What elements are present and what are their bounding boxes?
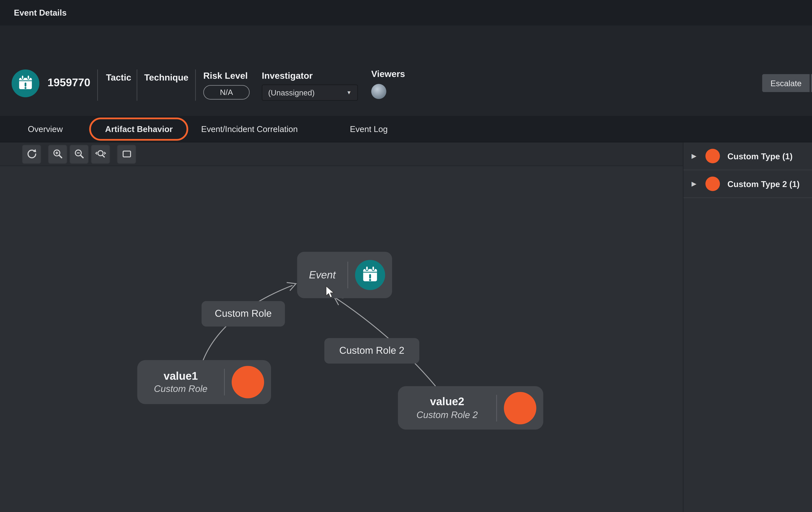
escalate-menu-button[interactable]: ▼	[811, 74, 812, 92]
event-node-label: Event	[297, 269, 348, 281]
node-divider	[496, 394, 497, 421]
custom-type-icon	[705, 177, 720, 191]
mouse-cursor	[325, 285, 338, 299]
expand-arrow-icon[interactable]: ▶	[692, 152, 700, 160]
viewer-avatar	[371, 84, 386, 99]
edge-label-custom-role-2: Custom Role 2	[324, 338, 419, 364]
graph-node-event[interactable]: Event	[297, 252, 392, 298]
header-actions: Escalate ▼ Dismiss	[762, 74, 812, 92]
artifact-value: value2	[430, 394, 464, 409]
artifact-text: value2 Custom Role 2	[398, 394, 496, 421]
artifact-text: value1 Custom Role	[137, 369, 224, 396]
expand-arrow-icon[interactable]: ▶	[692, 180, 700, 187]
title-bar: Event Details ×	[0, 0, 812, 26]
artifact-value: value1	[164, 369, 198, 384]
edge-label-custom-role: Custom Role	[202, 301, 285, 327]
header-divider	[97, 69, 98, 101]
custom-type-icon	[705, 149, 720, 163]
tab-artifact-behavior[interactable]: Artifact Behavior	[89, 117, 188, 141]
event-calendar-icon	[355, 260, 385, 290]
zoom-in-button[interactable]	[48, 145, 67, 163]
tactic-label: Tactic	[106, 72, 132, 82]
refresh-button[interactable]	[22, 145, 41, 163]
zoom-out-icon	[73, 148, 85, 160]
investigator-group: Investigator (Unassigned) ▼	[262, 71, 358, 101]
edge-arrowhead	[287, 282, 296, 291]
investigator-value: (Unassigned)	[268, 88, 315, 97]
graph-node-value1[interactable]: value1 Custom Role	[137, 360, 271, 404]
frame-icon	[120, 148, 133, 160]
artifact-type-icon	[504, 392, 536, 424]
technique-column: Technique	[144, 72, 188, 83]
tab-bar: Overview Artifact Behavior Event/Inciden…	[0, 116, 812, 142]
tab-overview[interactable]: Overview	[19, 115, 72, 142]
graph-area: Custom Role Custom Role 2 Event	[0, 142, 683, 512]
investigator-select[interactable]: (Unassigned) ▼	[262, 85, 358, 101]
window-title: Event Details	[14, 8, 67, 18]
chevron-down-icon: ▼	[346, 90, 352, 96]
artifact-type-panel: ▶ Custom Type (1) ▶ Custom Type 2 (1)	[683, 142, 812, 512]
event-id: 1959770	[48, 77, 90, 89]
investigator-label: Investigator	[262, 71, 313, 81]
event-calendar-icon	[11, 69, 39, 97]
tab-event-log[interactable]: Event Log	[341, 115, 397, 142]
artifact-type-icon	[232, 366, 264, 398]
graph-toolbar	[0, 142, 683, 166]
graph-canvas[interactable]: Custom Role Custom Role 2 Event	[0, 166, 683, 512]
artifact-role: Custom Role 2	[416, 409, 477, 421]
escalate-button[interactable]: Escalate	[762, 74, 810, 92]
header-divider	[137, 69, 137, 101]
risk-level-label: Risk Level	[203, 71, 248, 81]
zoom-in-icon	[51, 148, 64, 160]
content-area: Custom Role Custom Role 2 Event	[0, 142, 812, 512]
technique-label: Technique	[144, 72, 188, 82]
artifact-role: Custom Role	[154, 384, 207, 395]
event-details-window: Event Details × 1959770 Tactic	[0, 0, 812, 512]
zoom-out-button[interactable]	[69, 145, 89, 163]
risk-level-value: N/A	[203, 85, 250, 99]
risk-level-group: Risk Level N/A	[203, 71, 250, 99]
group-label: Custom Type 2 (1)	[727, 179, 800, 188]
event-header: 1959770 Tactic Technique Risk Level N/A …	[0, 26, 812, 116]
group-row-custom-type[interactable]: ▶ Custom Type (1)	[684, 142, 812, 170]
viewers-group: Viewers	[371, 69, 405, 99]
header-divider	[195, 69, 196, 101]
tactic-column: Tactic	[106, 72, 132, 83]
group-row-custom-type-2[interactable]: ▶ Custom Type 2 (1)	[684, 170, 812, 198]
node-divider	[224, 369, 225, 395]
zoom-fit-icon	[94, 148, 107, 160]
tab-event-incident-correlation[interactable]: Event/Incident Correlation	[192, 115, 307, 142]
frame-button[interactable]	[117, 145, 136, 163]
refresh-icon	[25, 148, 38, 160]
group-label: Custom Type (1)	[727, 151, 792, 161]
node-divider	[348, 262, 348, 288]
graph-node-value2[interactable]: value2 Custom Role 2	[398, 386, 543, 429]
zoom-fit-button[interactable]	[91, 145, 110, 163]
viewers-label: Viewers	[371, 69, 405, 79]
